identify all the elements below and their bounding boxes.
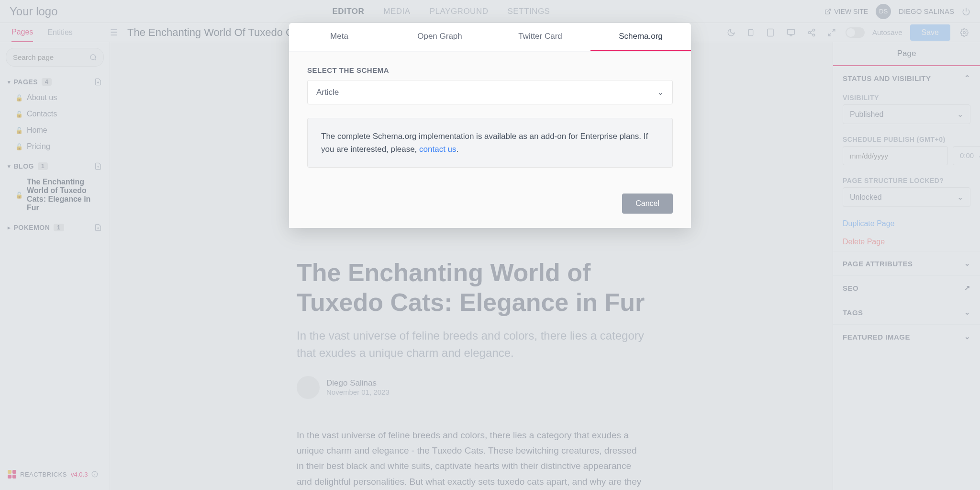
schema-select-value: Article <box>316 88 339 97</box>
chevron-down-icon: ⌄ <box>657 87 664 97</box>
cancel-button[interactable]: Cancel <box>622 194 673 214</box>
modal-tab-opengraph[interactable]: Open Graph <box>390 23 490 51</box>
modal-tab-schema[interactable]: Schema.org <box>590 23 691 51</box>
modal-body: SELECT THE SCHEMA Article ⌄ The complete… <box>289 52 691 182</box>
info-period: . <box>457 145 459 154</box>
schema-select-label: SELECT THE SCHEMA <box>307 66 673 74</box>
schema-select[interactable]: Article ⌄ <box>307 80 673 104</box>
contact-us-link[interactable]: contact us <box>419 145 457 154</box>
modal-tab-meta[interactable]: Meta <box>289 23 390 51</box>
info-text: The complete Schema.org implementation i… <box>321 132 648 154</box>
schema-info-box: The complete Schema.org implementation i… <box>307 118 673 168</box>
schema-modal: Meta Open Graph Twitter Card Schema.org … <box>289 23 691 228</box>
modal-footer: Cancel <box>289 182 691 228</box>
modal-tabs: Meta Open Graph Twitter Card Schema.org <box>289 23 691 52</box>
modal-tab-twitter[interactable]: Twitter Card <box>490 23 590 51</box>
